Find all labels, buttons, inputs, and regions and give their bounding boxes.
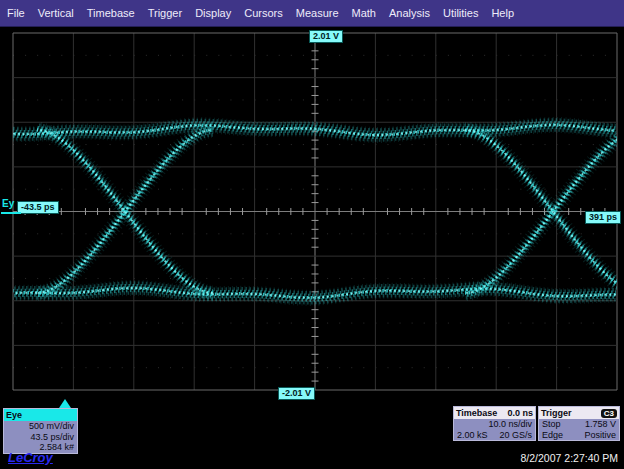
- trigger-mode: Stop: [542, 419, 561, 430]
- timebase-offset: 0.0 ns: [507, 407, 533, 419]
- trigger-position-marker[interactable]: [59, 399, 71, 408]
- timebase-scale: 10.0 ns/div: [488, 419, 532, 430]
- eye-horizontal-scale: 43.5 ps/div: [30, 432, 74, 443]
- trace-label: Ey: [2, 198, 14, 209]
- trigger-slope: Positive: [584, 430, 616, 441]
- trace-level-marker: [1, 212, 21, 214]
- timebase-panel[interactable]: Timebase 0.0 ns 10.0 ns/div 2.00 kS 20 G…: [453, 406, 536, 441]
- top-voltage-readout: 2.01 V: [309, 30, 343, 43]
- eye-panel-title: Eye: [6, 409, 22, 421]
- trigger-level: 1.758 V: [585, 419, 616, 430]
- timebase-sample-rate: 20 GS/s: [499, 430, 532, 441]
- timebase-title: Timebase: [456, 407, 497, 419]
- eye-vertical-scale: 500 mV/div: [29, 421, 74, 432]
- datetime-display: 8/2/2007 2:27:40 PM: [521, 452, 619, 464]
- trigger-panel[interactable]: Trigger C3 Stop 1.758 V Edge Positive: [538, 406, 620, 441]
- lecroy-logo: LeCroy: [8, 450, 53, 465]
- timebase-samples: 2.00 kS: [457, 430, 488, 441]
- right-time-readout: 391 ps: [585, 211, 621, 224]
- trigger-source-badge: C3: [601, 409, 617, 418]
- eye-descriptor-panel[interactable]: Eye 500 mV/div 43.5 ps/div 2.584 k#: [3, 408, 78, 454]
- left-time-readout: -43.5 ps: [17, 201, 59, 214]
- trigger-title: Trigger: [541, 407, 572, 419]
- bottom-voltage-readout: -2.01 V: [278, 387, 315, 400]
- trigger-type: Edge: [542, 430, 563, 441]
